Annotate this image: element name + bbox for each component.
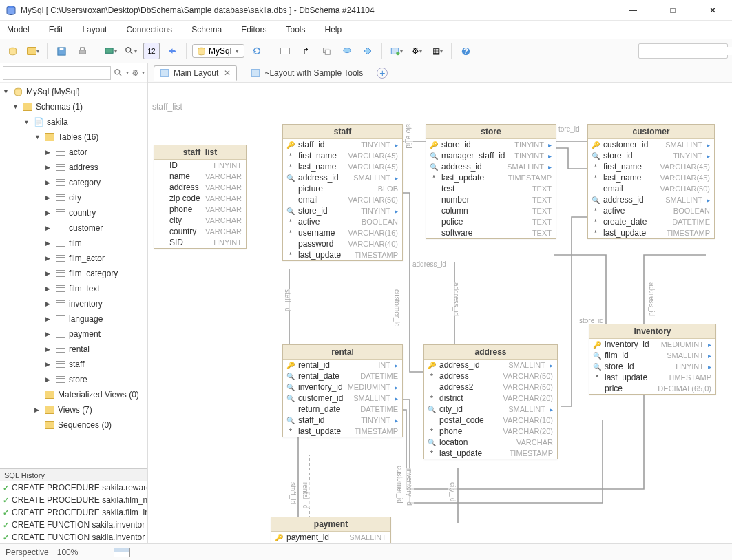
- column-staff_id[interactable]: 🔑staff_idTINYINT▸: [283, 139, 402, 150]
- entity-address[interactable]: address🔑address_idSMALLINT▸*addressVARCH…: [423, 344, 558, 459]
- toolbar-search[interactable]: [638, 43, 728, 59]
- tree-search-input[interactable]: [3, 66, 111, 80]
- tree-views[interactable]: ▶Views (7): [0, 402, 147, 417]
- column-active[interactable]: *activeBOOLEAN: [283, 216, 402, 227]
- column-ID[interactable]: IDTINYINT: [154, 160, 246, 171]
- search-icon[interactable]: [114, 68, 123, 78]
- menu-schema[interactable]: Schema: [191, 25, 222, 34]
- column-address_id[interactable]: 🔍address_idSMALLINT▸: [588, 194, 714, 205]
- column-last_name[interactable]: *last_nameVARCHAR(45): [283, 161, 402, 172]
- undo-icon[interactable]: [164, 43, 180, 59]
- column-column[interactable]: columnTEXT: [426, 205, 556, 216]
- tab-main-layout[interactable]: Main Layout ✕: [154, 65, 237, 81]
- tree-table-customer[interactable]: ▶customer: [0, 220, 147, 236]
- print-icon[interactable]: [74, 43, 90, 59]
- column-store_id[interactable]: 🔍store_idTINYINT▸: [588, 150, 714, 161]
- column-test[interactable]: testTEXT: [426, 183, 556, 194]
- entity-payment[interactable]: payment🔑payment_idSMALLINT: [271, 517, 391, 543]
- tree-table-rental[interactable]: ▶rental: [0, 342, 147, 357]
- column-postal_code[interactable]: postal_codeVARCHAR(10): [424, 415, 557, 426]
- menu-editors[interactable]: Editors: [241, 25, 266, 34]
- tree-table-language[interactable]: ▶language: [0, 311, 147, 326]
- history-item[interactable]: ✓CREATE FUNCTION sakila.inventor: [0, 531, 147, 543]
- tool3-icon[interactable]: ▦▾: [429, 43, 446, 59]
- comment-icon[interactable]: [339, 43, 355, 59]
- entity-store[interactable]: store🔑store_idTINYINT▸🔍manager_staff_idT…: [426, 124, 556, 239]
- zoom-icon[interactable]: ▾: [123, 43, 139, 59]
- column-customer_id[interactable]: 🔑customer_idSMALLINT▸: [588, 139, 714, 150]
- entity-staff[interactable]: staff🔑staff_idTINYINT▸*first_nameVARCHAR…: [282, 124, 403, 261]
- column-phone[interactable]: phoneVARCHAR: [154, 204, 246, 215]
- db-selector[interactable]: MySql ▼: [192, 44, 244, 58]
- tree[interactable]: ▼MySql {MySql} ▼Schemas (1) ▼📄sakila ▼Ta…: [0, 83, 147, 468]
- menu-connections[interactable]: Connections: [126, 25, 172, 34]
- column-rental_id[interactable]: 🔑rental_idINT▸: [283, 360, 402, 371]
- column-inventory_id[interactable]: 🔍inventory_idMEDIUMINT▸: [283, 382, 402, 393]
- tree-table-address[interactable]: ▶address: [0, 160, 147, 175]
- tree-table-film_actor[interactable]: ▶film_actor: [0, 251, 147, 266]
- column-last_update[interactable]: *last_updateTIMESTAMP: [426, 172, 556, 183]
- column-rental_date[interactable]: 🔍rental_dateDATETIME: [283, 371, 402, 382]
- column-staff_id[interactable]: 🔍staff_idTINYINT▸: [283, 415, 402, 426]
- tree-matviews[interactable]: Materialized Views (0): [0, 387, 147, 402]
- column-last_update[interactable]: *last_updateTIMESTAMP: [283, 249, 402, 260]
- history-item[interactable]: ✓CREATE PROCEDURE sakila.film_in: [0, 506, 147, 519]
- menu-edit[interactable]: Edit: [49, 25, 63, 34]
- tree-schemas[interactable]: ▼Schemas (1): [0, 99, 147, 114]
- column-last_update[interactable]: *last_updateTIMESTAMP: [588, 227, 714, 238]
- tree-table-city[interactable]: ▶city: [0, 190, 147, 205]
- open-icon[interactable]: ▾: [25, 43, 41, 59]
- tree-table-store[interactable]: ▶store: [0, 372, 147, 387]
- column-film_id[interactable]: 🔍film_idSMALLINT▸: [589, 350, 715, 361]
- column-password[interactable]: passwordVARCHAR(40): [283, 238, 402, 249]
- column-number[interactable]: numberTEXT: [426, 194, 556, 205]
- column-address[interactable]: addressVARCHAR: [154, 182, 246, 193]
- column-store_id[interactable]: 🔍store_idTINYINT▸: [283, 205, 402, 216]
- maximize-button[interactable]: □: [659, 1, 687, 20]
- menu-help[interactable]: Help: [325, 25, 342, 34]
- column-country[interactable]: countryVARCHAR: [154, 226, 246, 237]
- column-customer_id[interactable]: 🔍customer_idSMALLINT▸: [283, 393, 402, 404]
- tree-table-film_category[interactable]: ▶film_category: [0, 266, 147, 281]
- tab-sample-tools[interactable]: ~Layout with Sample Tools: [245, 66, 368, 80]
- column-inventory_id[interactable]: 🔑inventory_idMEDIUMINT▸: [589, 339, 715, 350]
- sql-icon[interactable]: ▾: [388, 43, 404, 59]
- menu-model[interactable]: Model: [7, 25, 30, 34]
- menu-tools[interactable]: Tools: [286, 25, 306, 34]
- toolbar-search-input[interactable]: [642, 47, 732, 55]
- export-icon[interactable]: ↱: [297, 43, 314, 59]
- column-manager_staff_id[interactable]: 🔍manager_staff_idTINYINT▸: [426, 150, 556, 161]
- column-police[interactable]: policeTEXT: [426, 216, 556, 227]
- column-district[interactable]: *districtVARCHAR(20): [424, 393, 557, 404]
- copy-icon[interactable]: [318, 43, 335, 59]
- tree-table-payment[interactable]: ▶payment: [0, 326, 147, 342]
- close-button[interactable]: ✕: [699, 1, 726, 20]
- column-SID[interactable]: SIDTINYINT: [154, 237, 246, 248]
- column-first_name[interactable]: *first_nameVARCHAR(45): [283, 150, 402, 161]
- tree-table-film[interactable]: ▶film: [0, 236, 147, 251]
- column-address_id[interactable]: 🔍address_idSMALLINT▸: [283, 172, 402, 183]
- history-item[interactable]: ✓CREATE FUNCTION sakila.inventor: [0, 519, 147, 531]
- column-return_date[interactable]: return_dateDATETIME: [283, 404, 402, 415]
- entity-inventory[interactable]: inventory🔑inventory_idMEDIUMINT▸🔍film_id…: [589, 324, 716, 395]
- entity-staff-list[interactable]: staff_listIDTINYINTnameVARCHARaddressVAR…: [154, 145, 247, 249]
- column-active[interactable]: *activeBOOLEAN: [588, 205, 714, 216]
- help-icon[interactable]: ?: [457, 43, 474, 59]
- tree-schema-sakila[interactable]: ▼📄sakila: [0, 114, 147, 129]
- add-tab-button[interactable]: +: [377, 68, 388, 79]
- column-email[interactable]: emailVARCHAR(50): [588, 183, 714, 194]
- grid-num-icon[interactable]: 12: [143, 43, 160, 59]
- column-payment_id[interactable]: 🔑payment_idSMALLINT: [271, 532, 390, 543]
- column-address[interactable]: *addressVARCHAR(50): [424, 371, 557, 382]
- tree-table-film_text[interactable]: ▶film_text: [0, 281, 147, 296]
- tree-table-actor[interactable]: ▶actor: [0, 145, 147, 160]
- refresh-icon[interactable]: [249, 43, 265, 59]
- diagram-canvas[interactable]: staff_list: [148, 83, 732, 543]
- column-last_update[interactable]: *last_updateTIMESTAMP: [589, 372, 715, 383]
- column-software[interactable]: softwareTEXT: [426, 227, 556, 238]
- gear-icon[interactable]: ⚙: [132, 68, 139, 78]
- close-icon[interactable]: ✕: [224, 68, 231, 78]
- column-city[interactable]: cityVARCHAR: [154, 215, 246, 226]
- new-db-icon[interactable]: [4, 43, 21, 59]
- perspective-icon[interactable]: [114, 548, 130, 557]
